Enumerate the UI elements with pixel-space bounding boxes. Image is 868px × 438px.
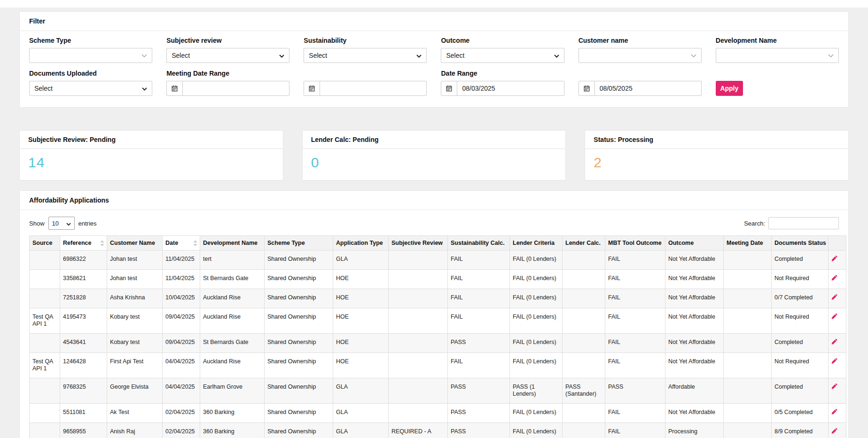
cell-mbt-tool-outcome: FAIL: [605, 423, 665, 438]
filter-panel-title: Filter: [20, 12, 848, 31]
sustainability-select[interactable]: Select: [304, 48, 427, 63]
column-header-date[interactable]: Date: [163, 236, 200, 250]
cell-sustainability-calc: PASS: [448, 334, 510, 353]
cell-subjective-review: [389, 270, 448, 289]
cell-lender-calc: [563, 404, 605, 423]
meeting-date-from-input[interactable]: [183, 81, 289, 95]
column-header-scheme-type: Scheme Type: [265, 236, 333, 250]
cell-lender-calc: [563, 334, 605, 353]
edit-button[interactable]: [829, 404, 846, 423]
edit-button[interactable]: [829, 289, 846, 308]
cell-lender-criteria: FAIL (0 Lenders): [510, 289, 563, 308]
column-header-label: Lender Calc.: [565, 240, 601, 246]
cell-lender-criteria: FAIL (0 Lenders): [510, 334, 563, 353]
cell-application-type: HOE: [333, 334, 389, 353]
cell-source: Test QA API 1: [30, 353, 60, 378]
meeting-date-to-input[interactable]: [320, 81, 426, 95]
cell-source: [30, 423, 60, 438]
cell-sustainability-calc: PASS: [448, 423, 510, 438]
edit-button[interactable]: [829, 423, 846, 438]
stat-card-title: Status: Processing: [585, 131, 848, 149]
cell-sustainability-calc: PASS: [448, 378, 510, 404]
cell-development-name: 360 Barking: [200, 423, 265, 438]
edit-button[interactable]: [829, 250, 846, 270]
meeting-date-range-label: Meeting Date Range: [166, 70, 289, 77]
cell-scheme-type: Shared Ownership: [265, 289, 333, 308]
search-label: Search:: [744, 220, 765, 227]
column-header-label: Reference: [63, 240, 91, 246]
column-header-outcome: Outcome: [665, 236, 724, 250]
documents-uploaded-select[interactable]: Select: [29, 81, 152, 96]
edit-button[interactable]: [829, 378, 846, 404]
cell-outcome: Affordable: [665, 378, 724, 404]
cell-meeting-date: [724, 308, 772, 334]
cell-scheme-type: Shared Ownership: [265, 270, 333, 289]
cell-scheme-type: Shared Ownership: [265, 404, 333, 423]
cell-documents-status: Not Required: [772, 270, 829, 289]
cell-development-name: Auckland Rise: [200, 308, 265, 334]
calendar-icon: [167, 81, 183, 95]
cell-reference: 4195473: [60, 308, 107, 334]
edit-button[interactable]: [829, 334, 846, 353]
chevron-down-icon: [416, 52, 422, 59]
cell-lender-calc: [563, 250, 605, 270]
cell-source: Test QA API 1: [30, 308, 60, 334]
edit-pencil-icon: [831, 359, 837, 366]
cell-source: [30, 334, 60, 353]
page-size-select[interactable]: 10: [48, 217, 75, 230]
cell-reference: 6986322: [60, 250, 107, 270]
column-header-label: Meeting Date: [727, 240, 763, 246]
cell-application-type: GLA: [333, 423, 389, 438]
cell-documents-status: Completed: [772, 334, 829, 353]
cell-development-name: tert: [200, 250, 265, 270]
cell-source: [30, 289, 60, 308]
edit-button[interactable]: [829, 270, 846, 289]
column-header-reference[interactable]: Reference: [60, 236, 107, 250]
cell-customer-name: George Elvista: [107, 378, 163, 404]
development-name-select[interactable]: [716, 48, 839, 63]
date-from-input[interactable]: [457, 81, 563, 95]
customer-name-select[interactable]: [579, 48, 702, 63]
edit-pencil-icon: [831, 314, 837, 321]
filter-field-development-name: Development Name: [716, 37, 839, 63]
cell-source: [30, 378, 60, 404]
cell-scheme-type: Shared Ownership: [265, 378, 333, 404]
applications-panel-title: Affordability Applications: [20, 191, 848, 210]
date-to-input[interactable]: [595, 81, 701, 95]
meeting-date-from-group: [166, 81, 289, 96]
cell-meeting-date: [724, 270, 772, 289]
documents-uploaded-label: Documents Uploaded: [29, 70, 152, 77]
edit-pencil-icon: [831, 384, 837, 391]
cell-date: 09/04/2025: [163, 334, 200, 353]
search-input[interactable]: [768, 217, 839, 229]
cell-development-name: Auckland Rise: [200, 289, 265, 308]
edit-button[interactable]: [829, 308, 846, 334]
cell-outcome: Not Yet Affordable: [665, 404, 724, 423]
column-header-label: Subjective Review: [391, 240, 443, 246]
cell-development-name: 360 Barking: [200, 404, 265, 423]
cell-lender-criteria: FAIL (0 Lenders): [510, 404, 563, 423]
outcome-value: Select: [446, 52, 464, 59]
table-row: 9658955Anish Raj02/04/2025360 BarkingSha…: [30, 423, 846, 438]
cell-application-type: HOE: [333, 308, 389, 334]
outcome-select[interactable]: Select: [441, 48, 564, 63]
apply-button[interactable]: Apply: [716, 81, 743, 96]
table-row: 3358621Johan test11/04/2025St Bernards G…: [30, 270, 846, 289]
cell-subjective-review: [389, 334, 448, 353]
page-size-value: 10: [52, 220, 59, 227]
column-header-subjective-review: Subjective Review: [389, 236, 448, 250]
scheme-type-select[interactable]: [29, 48, 152, 63]
column-header-label: Date: [165, 240, 178, 246]
edit-pencil-icon: [831, 340, 837, 346]
column-header-actions: [829, 236, 846, 250]
column-header-label: Application Type: [336, 240, 383, 246]
cell-scheme-type: Shared Ownership: [265, 334, 333, 353]
edit-button[interactable]: [829, 353, 846, 378]
sustainability-label: Sustainability: [304, 37, 427, 44]
cell-sustainability-calc: FAIL: [448, 308, 510, 334]
column-header-label: Source: [32, 240, 52, 246]
column-header-development-name: Development Name: [200, 236, 265, 250]
cell-meeting-date: [724, 353, 772, 378]
subjective-review-select[interactable]: Select: [166, 48, 289, 63]
column-header-mbt-tool-outcome: MBT Tool Outcome: [605, 236, 665, 250]
